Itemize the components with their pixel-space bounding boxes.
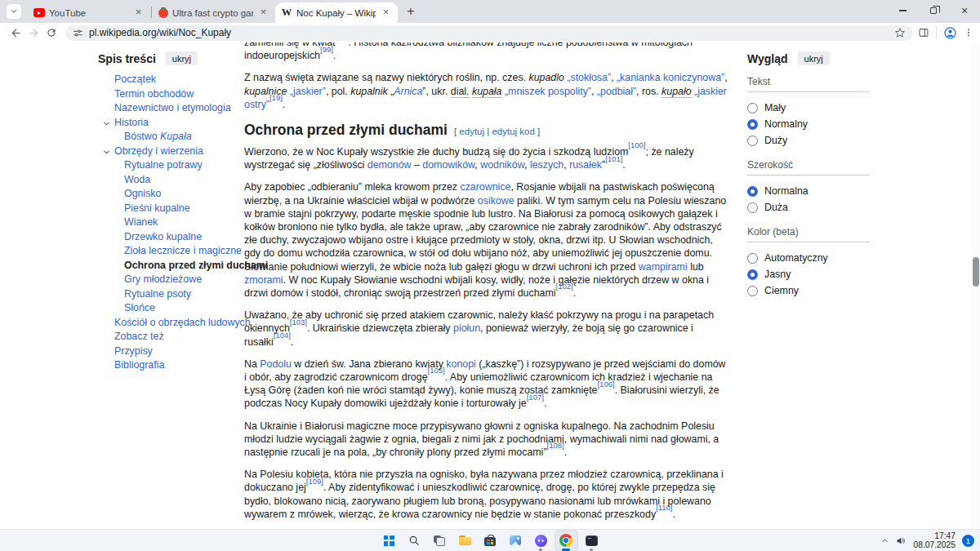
wiki-link[interactable]: wampirami <box>639 261 688 273</box>
wiki-link[interactable]: „podbiał” <box>597 86 636 97</box>
address-bar[interactable]: pl.wikipedia.org/wiki/Noc_Kupały <box>65 25 913 41</box>
radio-icon[interactable] <box>747 136 758 146</box>
wiki-link[interactable]: wodników <box>480 159 524 171</box>
start-button[interactable] <box>378 531 400 551</box>
radio-selected-icon[interactable] <box>747 269 758 280</box>
reference-link[interactable]: [106] <box>597 380 614 389</box>
site-info-icon[interactable] <box>73 28 83 38</box>
toc-item[interactable]: Słońce <box>98 301 241 316</box>
edit-source-link[interactable]: edytuj kod <box>492 127 534 136</box>
wiki-link[interactable]: „mniszek pospolity” <box>505 86 591 97</box>
radio-icon[interactable] <box>747 253 758 264</box>
wiki-link[interactable]: konopi <box>446 358 476 370</box>
restore-button[interactable] <box>918 0 949 21</box>
chevron-down-icon[interactable] <box>102 118 111 127</box>
wiki-link[interactable]: leszych <box>530 159 564 171</box>
browser-tab-wikipedia[interactable]: W Noc Kupały – Wikipedia, wolna... × <box>275 2 398 23</box>
bookmark-star-icon[interactable] <box>894 27 906 38</box>
toc-item-current[interactable]: Ochrona przed złymi duchami <box>98 259 241 273</box>
radio-option[interactable]: Mały <box>747 100 870 116</box>
browser-tab-youtube[interactable]: YouTube × <box>28 2 150 23</box>
wiki-link[interactable]: domowików <box>422 159 474 171</box>
clock[interactable]: 17:47 08.07.2025 <box>913 531 956 550</box>
wiki-link[interactable]: „kanianka koniczynowa” <box>617 72 724 83</box>
toc-hide-button[interactable]: ukryj <box>166 51 198 65</box>
side-panel-icon[interactable] <box>918 27 929 38</box>
toc-item[interactable]: Wianek <box>98 216 241 230</box>
microsoft-store-button[interactable] <box>479 531 501 551</box>
toc-item[interactable]: Początek <box>98 73 241 87</box>
chrome-button[interactable] <box>555 531 577 551</box>
wiki-link[interactable]: Arnica <box>394 86 422 97</box>
reference-link[interactable]: [19] <box>270 93 283 102</box>
toc-item[interactable]: Termin obchodów <box>98 87 241 102</box>
reference-link[interactable]: [102] <box>556 282 573 291</box>
radio-icon[interactable] <box>747 286 758 296</box>
new-tab-button[interactable]: + <box>401 2 421 21</box>
radio-selected-icon[interactable] <box>747 119 758 130</box>
toc-item[interactable]: Bibliografia <box>98 358 241 373</box>
toc-item[interactable]: Ognisko <box>98 187 241 202</box>
wiki-link[interactable]: „jaskier” <box>290 86 326 97</box>
toc-item[interactable]: Rytualne psoty <box>98 287 241 302</box>
wiki-link[interactable]: osikowe <box>478 195 514 207</box>
chevron-down-icon[interactable] <box>102 147 111 156</box>
reference-link[interactable]: [104] <box>274 331 291 340</box>
menu-dots-icon[interactable] <box>964 27 973 38</box>
wiki-link[interactable]: demonów <box>368 159 412 171</box>
toc-item[interactable]: Kościół o obrzędach ludowych <box>98 316 241 331</box>
wiki-link[interactable]: rusałek <box>569 159 602 171</box>
radio-option[interactable]: Normalna <box>747 183 870 199</box>
wiki-link[interactable]: „stokłosa” <box>567 72 611 83</box>
notification-badge[interactable]: 1 <box>962 535 974 547</box>
reference-link[interactable]: [109] <box>306 477 323 486</box>
photos-button[interactable] <box>505 531 527 551</box>
chevron-up-icon[interactable] <box>880 536 889 545</box>
radio-selected-icon[interactable] <box>747 186 758 197</box>
task-view-button[interactable] <box>429 531 451 551</box>
wiki-link[interactable]: Podolu <box>260 358 292 370</box>
wiki-link[interactable]: czarownice <box>460 181 510 193</box>
reload-button[interactable] <box>42 24 60 41</box>
scrollbar-thumb[interactable] <box>973 257 979 287</box>
radio-option[interactable]: Automatyczny <box>747 250 870 266</box>
scrollbar[interactable] <box>971 42 980 529</box>
reference-link[interactable]: [103] <box>290 318 307 327</box>
close-tab-icon[interactable]: × <box>380 7 392 19</box>
reference-link[interactable]: [99] <box>320 45 333 54</box>
radio-option[interactable]: Duży <box>747 132 870 149</box>
discord-button[interactable] <box>530 531 552 551</box>
file-explorer-button[interactable] <box>454 531 476 551</box>
reference-link[interactable]: [107] <box>527 393 544 402</box>
speaker-icon[interactable] <box>896 535 906 546</box>
edit-link[interactable]: edytuj <box>459 127 484 136</box>
toc-item[interactable]: Drzewko kupalne <box>98 230 241 245</box>
toc-item[interactable]: Pieśni kupalne <box>98 202 241 216</box>
toc-item[interactable]: Nazewnictwo i etymologia <box>98 101 241 116</box>
radio-icon[interactable] <box>747 103 758 113</box>
taskbar-search-button[interactable] <box>403 531 425 551</box>
toc-item[interactable]: Bóstwo Kupała <box>98 130 241 144</box>
toc-item[interactable]: Woda <box>98 173 241 188</box>
radio-option[interactable]: Ciemny <box>747 282 870 299</box>
minimize-button[interactable] <box>887 0 918 21</box>
wiki-link[interactable]: zmorami <box>244 274 283 286</box>
wiki-link[interactable]: piołun <box>453 322 480 334</box>
close-tab-icon[interactable]: × <box>132 7 145 19</box>
reference-link[interactable]: [110] <box>656 503 672 512</box>
appearance-hide-button[interactable]: ukryj <box>798 51 830 65</box>
radio-icon[interactable] <box>747 202 758 213</box>
profile-avatar-icon[interactable] <box>943 26 957 40</box>
radio-option[interactable]: Duża <box>747 199 870 216</box>
toc-item[interactable]: Zioła lecznicze i magiczne <box>98 244 241 259</box>
browser-tab-gambling[interactable]: Ultra fast crypto gambling - Wi... × <box>153 2 275 23</box>
toc-item[interactable]: Zobacz też <box>98 330 241 344</box>
radio-option[interactable]: Normalny <box>747 116 870 132</box>
toc-item[interactable]: Historia <box>98 116 241 131</box>
reference-link[interactable]: [101] <box>605 154 622 163</box>
tab-search-button[interactable] <box>7 4 21 19</box>
url-text[interactable]: pl.wikipedia.org/wiki/Noc_Kupały <box>89 27 894 38</box>
toc-item[interactable]: Obrzędy i wierzenia <box>98 144 241 159</box>
reference-link[interactable]: [105] <box>428 366 445 375</box>
reference-link[interactable]: [100] <box>628 140 645 149</box>
